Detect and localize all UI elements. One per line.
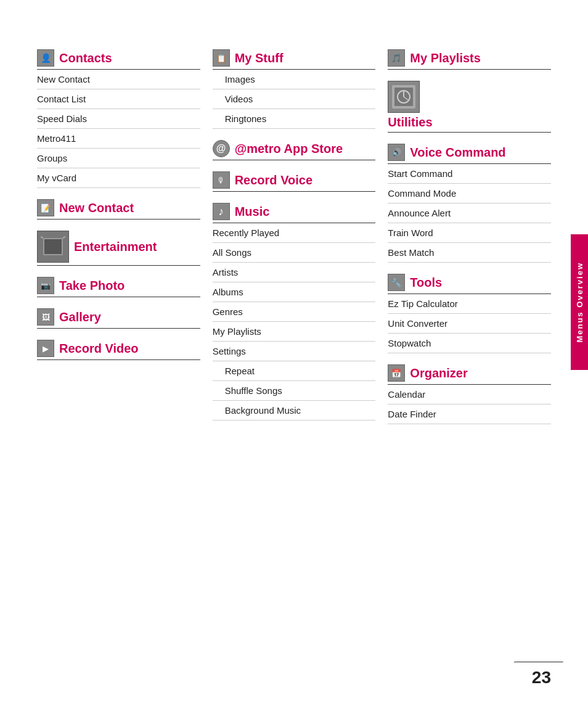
tools-section: Tools Ez Tip Calculator Unit Converter S…	[388, 274, 551, 353]
list-item[interactable]: Best Match	[388, 243, 551, 263]
list-item[interactable]: Recently Played	[213, 223, 376, 243]
mystuff-header: My Stuff	[213, 49, 376, 67]
music-icon	[213, 203, 230, 220]
utilities-section: Utilities	[388, 81, 551, 133]
metroapp-divider	[213, 160, 376, 160]
music-header: Music	[213, 203, 376, 220]
entertainment-section: Entertainment	[37, 231, 200, 266]
recordvoice-divider	[213, 191, 376, 192]
gallery-header: Gallery	[37, 308, 200, 326]
list-item[interactable]: Images	[213, 70, 376, 89]
list-item[interactable]: Announce Alert	[388, 203, 551, 223]
myplaylists-divider	[388, 69, 551, 70]
entertainment-icon	[37, 231, 69, 263]
takephoto-header: Take Photo	[37, 277, 200, 294]
myplaylists-header: My Playlists	[388, 49, 551, 67]
utilities-title: Utilities	[388, 115, 551, 129]
list-item[interactable]: Background Music	[213, 401, 376, 421]
entertainment-title: Entertainment	[74, 240, 157, 254]
recordvideo-header: Record Video	[37, 340, 200, 357]
entertainment-divider	[37, 265, 200, 266]
column-3: My Playlists Utilities	[388, 49, 551, 435]
entertainment-header: Entertainment	[37, 231, 200, 263]
list-item[interactable]: Train Word	[388, 223, 551, 243]
contacts-header: Contacts	[37, 49, 200, 67]
list-item[interactable]: Metro411	[37, 129, 200, 149]
takephoto-title: Take Photo	[59, 279, 125, 293]
list-item[interactable]: Contact List	[37, 89, 200, 109]
list-item[interactable]: Albums	[213, 282, 376, 302]
list-item[interactable]: Stopwatch	[388, 334, 551, 353]
utilities-icon	[388, 81, 420, 113]
recordvoice-icon	[213, 171, 230, 189]
recordvoice-section: Record Voice	[213, 171, 376, 192]
recordvideo-title: Record Video	[59, 342, 139, 356]
myplaylists-section: My Playlists	[388, 49, 551, 70]
list-item[interactable]: Ringtones	[213, 109, 376, 129]
voicecommand-title: Voice Command	[410, 146, 505, 160]
recordvideo-icon	[37, 340, 54, 357]
music-title: Music	[235, 205, 270, 219]
voicecommand-section: Voice Command Start Command Command Mode…	[388, 144, 551, 263]
metroapp-section: @metro App Store	[213, 140, 376, 160]
list-item[interactable]: Ez Tip Calculator	[388, 294, 551, 314]
gallery-divider	[37, 328, 200, 329]
newcontact-title: New Contact	[59, 201, 134, 215]
metroapp-header: @metro App Store	[213, 140, 376, 157]
gallery-section: Gallery	[37, 308, 200, 329]
sidebar-tab: Menus Overview	[571, 234, 588, 370]
column-1: Contacts New Contact Contact List Speed …	[37, 49, 213, 435]
list-item[interactable]: Artists	[213, 263, 376, 282]
takephoto-section: Take Photo	[37, 277, 200, 297]
contacts-title: Contacts	[59, 51, 112, 65]
contacts-icon	[37, 49, 54, 67]
myplaylists-title: My Playlists	[410, 51, 481, 65]
list-item[interactable]: Groups	[37, 149, 200, 168]
newcontact-header: New Contact	[37, 199, 200, 216]
recordvideo-section: Record Video	[37, 340, 200, 360]
takephoto-icon	[37, 277, 54, 294]
recordvoice-title: Record Voice	[235, 173, 312, 187]
list-item[interactable]: Genres	[213, 302, 376, 322]
organizer-icon	[388, 364, 405, 382]
list-item[interactable]: New Contact	[37, 70, 200, 89]
recordvideo-divider	[37, 359, 200, 360]
voicecommand-header: Voice Command	[388, 144, 551, 161]
newcontact-icon	[37, 199, 54, 216]
utilities-divider	[388, 132, 551, 133]
gallery-icon	[37, 308, 54, 326]
gallery-title: Gallery	[59, 310, 101, 324]
list-item[interactable]: Videos	[213, 89, 376, 109]
list-item[interactable]: Calendar	[388, 385, 551, 404]
list-item[interactable]: Command Mode	[388, 184, 551, 203]
organizer-header: Organizer	[388, 364, 551, 382]
newcontact-divider	[37, 219, 200, 220]
list-item[interactable]: My Playlists	[213, 322, 376, 342]
takephoto-divider	[37, 297, 200, 297]
list-item[interactable]: Shuffle Songs	[213, 381, 376, 401]
organizer-title: Organizer	[410, 366, 467, 380]
list-item[interactable]: Start Command	[388, 164, 551, 184]
list-item[interactable]: Repeat	[213, 361, 376, 381]
list-item[interactable]: Date Finder	[388, 404, 551, 424]
list-item[interactable]: My vCard	[37, 168, 200, 188]
list-item[interactable]: All Songs	[213, 243, 376, 263]
mystuff-icon	[213, 49, 230, 67]
metro-icon	[213, 140, 230, 157]
page-number: 23	[532, 668, 551, 688]
list-item[interactable]: Settings	[213, 342, 376, 361]
organizer-section: Organizer Calendar Date Finder	[388, 364, 551, 424]
list-item[interactable]: Speed Dials	[37, 109, 200, 129]
newcontact-section: New Contact	[37, 199, 200, 220]
svg-rect-2	[44, 239, 62, 254]
tools-icon	[388, 274, 405, 291]
mystuff-title: My Stuff	[235, 51, 284, 65]
tools-title: Tools	[410, 276, 442, 290]
utilities-header-wrap: Utilities	[388, 81, 551, 129]
list-item[interactable]: Unit Converter	[388, 314, 551, 334]
bottom-page-divider	[514, 662, 563, 663]
voicecommand-icon	[388, 144, 405, 161]
metroapp-title: @metro App Store	[235, 142, 343, 156]
recordvoice-header: Record Voice	[213, 171, 376, 189]
tools-header: Tools	[388, 274, 551, 291]
